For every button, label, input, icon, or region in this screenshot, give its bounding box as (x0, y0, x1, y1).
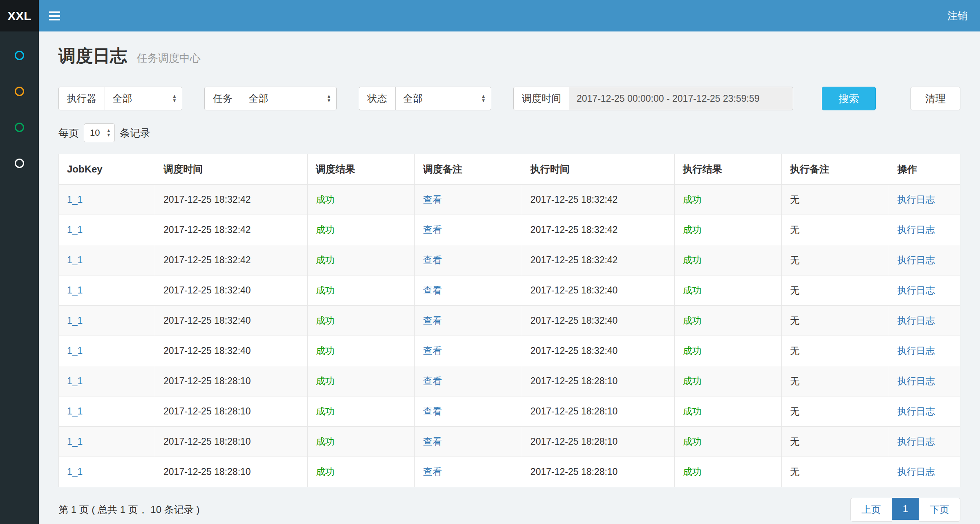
hamburger-icon (49, 11, 60, 20)
col-trigger-time: 调度时间 (155, 154, 308, 185)
trigger-msg-cell: 查看 (415, 427, 522, 457)
trigger-time-cell: 2017-12-25 18:32:40 (155, 275, 308, 306)
trigger-result-cell: 成功 (307, 185, 415, 215)
per-page-prefix: 每页 (58, 126, 79, 140)
col-handle-result: 执行结果 (674, 154, 782, 185)
trigger-msg-link[interactable]: 查看 (423, 194, 442, 205)
trigger-result-cell: 成功 (307, 336, 415, 366)
trigger-time-cell: 2017-12-25 18:32:42 (155, 185, 308, 215)
jobkey-cell: 1_1 (59, 245, 155, 275)
executor-select[interactable]: 全部 ▲▼ (105, 87, 182, 110)
jobkey-link[interactable]: 1_1 (67, 466, 83, 477)
handle-result-text: 成功 (683, 406, 702, 417)
trigger-msg-link[interactable]: 查看 (423, 285, 442, 296)
jobkey-link[interactable]: 1_1 (67, 255, 83, 265)
trigger-msg-cell: 查看 (415, 185, 522, 215)
sidebar-item-2[interactable] (0, 73, 39, 109)
next-page-button[interactable]: 下页 (919, 498, 960, 522)
handle-result-cell: 成功 (674, 457, 782, 487)
main-header: XXL 注销 (0, 0, 980, 31)
handle-result-cell: 成功 (674, 215, 782, 245)
exec-log-link[interactable]: 执行日志 (897, 406, 935, 417)
jobkey-cell: 1_1 (59, 185, 155, 215)
current-page-button[interactable]: 1 (892, 498, 919, 520)
exec-log-link[interactable]: 执行日志 (897, 466, 935, 477)
trigger-result-cell: 成功 (307, 396, 415, 427)
trigger-time-cell: 2017-12-25 18:32:42 (155, 215, 308, 245)
trigger-msg-link[interactable]: 查看 (423, 406, 442, 417)
jobkey-link[interactable]: 1_1 (67, 315, 83, 326)
trigger-result-cell: 成功 (307, 306, 415, 336)
table-header-row: JobKey 调度时间 调度结果 调度备注 执行时间 执行结果 执行备注 操作 (59, 154, 960, 185)
trigger-result-text: 成功 (316, 255, 335, 265)
search-button[interactable]: 搜索 (822, 87, 876, 110)
table-footer: 第 1 页 ( 总共 1 页， 10 条记录 ) 上页 1 下页 (58, 498, 960, 522)
sidebar-item-4[interactable] (0, 145, 39, 181)
status-select[interactable]: 全部 ▲▼ (395, 87, 491, 110)
trigger-result-text: 成功 (316, 285, 335, 296)
handle-result-text: 成功 (683, 466, 702, 477)
trigger-time-range-input[interactable] (569, 87, 793, 110)
sidebar-item-1[interactable] (0, 37, 39, 73)
trigger-result-cell: 成功 (307, 275, 415, 306)
handle-msg-cell: 无 (782, 306, 889, 336)
handle-msg-cell: 无 (782, 245, 889, 275)
trigger-result-text: 成功 (316, 436, 335, 447)
trigger-result-cell: 成功 (307, 427, 415, 457)
jobkey-link[interactable]: 1_1 (67, 224, 83, 235)
trigger-msg-cell: 查看 (415, 396, 522, 427)
handle-time-cell: 2017-12-25 18:32:40 (522, 275, 674, 306)
trigger-msg-link[interactable]: 查看 (423, 224, 442, 235)
trigger-result-text: 成功 (316, 224, 335, 235)
trigger-msg-link[interactable]: 查看 (423, 436, 442, 447)
job-select[interactable]: 全部 ▲▼ (241, 87, 337, 110)
exec-log-link[interactable]: 执行日志 (897, 345, 935, 356)
circle-icon (15, 123, 24, 132)
trigger-msg-link[interactable]: 查看 (423, 345, 442, 356)
trigger-msg-link[interactable]: 查看 (423, 315, 442, 326)
col-jobkey: JobKey (59, 154, 155, 185)
exec-log-link[interactable]: 执行日志 (897, 315, 935, 326)
trigger-time-cell: 2017-12-25 18:32:40 (155, 306, 308, 336)
circle-icon (15, 51, 24, 60)
exec-log-link[interactable]: 执行日志 (897, 194, 935, 205)
table-row: 1_1 2017-12-25 18:32:42 成功 查看 2017-12-25… (59, 245, 960, 275)
jobkey-link[interactable]: 1_1 (67, 376, 83, 386)
select-stepper-icon: ▲▼ (327, 94, 331, 103)
handle-time-cell: 2017-12-25 18:32:42 (522, 245, 674, 275)
trigger-msg-cell: 查看 (415, 306, 522, 336)
trigger-msg-link[interactable]: 查看 (423, 466, 442, 477)
trigger-msg-cell: 查看 (415, 366, 522, 396)
jobkey-link[interactable]: 1_1 (67, 285, 83, 296)
page-size-select[interactable]: 10 ▲▼ (84, 123, 115, 142)
status-filter-group: 状态 全部 ▲▼ (359, 87, 491, 110)
jobkey-link[interactable]: 1_1 (67, 406, 83, 417)
exec-log-link[interactable]: 执行日志 (897, 436, 935, 447)
jobkey-link[interactable]: 1_1 (67, 345, 83, 356)
action-cell: 执行日志 (889, 396, 960, 427)
top-navbar: 注销 (39, 0, 980, 31)
sidebar-item-3[interactable] (0, 109, 39, 145)
filter-bar: 执行器 全部 ▲▼ 任务 全部 ▲▼ 状态 全部 ▲▼ 调度时间 搜索 清理 (58, 87, 960, 110)
jobkey-link[interactable]: 1_1 (67, 194, 83, 205)
exec-log-link[interactable]: 执行日志 (897, 255, 935, 265)
action-cell: 执行日志 (889, 185, 960, 215)
app-logo[interactable]: XXL (0, 0, 39, 31)
trigger-msg-link[interactable]: 查看 (423, 376, 442, 386)
sidebar-toggle-button[interactable] (39, 0, 70, 31)
handle-result-cell: 成功 (674, 185, 782, 215)
clear-button[interactable]: 清理 (911, 87, 960, 110)
handle-result-text: 成功 (683, 255, 702, 265)
trigger-result-cell: 成功 (307, 457, 415, 487)
jobkey-link[interactable]: 1_1 (67, 436, 83, 447)
table-row: 1_1 2017-12-25 18:32:40 成功 查看 2017-12-25… (59, 336, 960, 366)
exec-log-link[interactable]: 执行日志 (897, 376, 935, 386)
logout-link[interactable]: 注销 (935, 9, 980, 22)
exec-log-link[interactable]: 执行日志 (897, 224, 935, 235)
page-title-text: 调度日志 (58, 46, 127, 65)
handle-result-cell: 成功 (674, 427, 782, 457)
prev-page-button[interactable]: 上页 (850, 498, 892, 522)
exec-log-link[interactable]: 执行日志 (897, 285, 935, 296)
handle-result-text: 成功 (683, 285, 702, 296)
trigger-msg-link[interactable]: 查看 (423, 255, 442, 265)
